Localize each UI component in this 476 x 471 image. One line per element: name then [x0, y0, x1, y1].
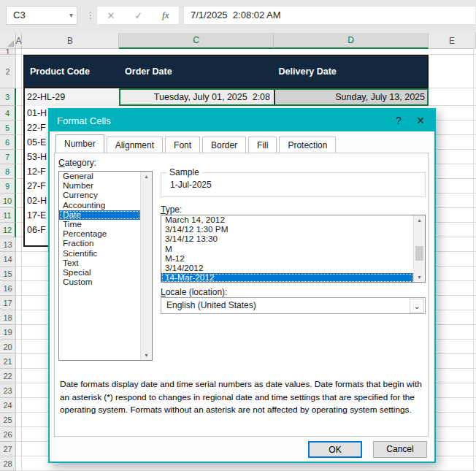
column-header-A[interactable]: A [16, 33, 22, 49]
row-header-22[interactable]: 22 [0, 369, 16, 383]
row-header-5[interactable]: 5 [0, 120, 16, 135]
row-header-23[interactable]: 23 [0, 383, 16, 398]
table-border [23, 55, 25, 247]
category-scrollbar[interactable]: ▲ ▼ [140, 172, 152, 360]
row-header-3[interactable]: 3 [0, 88, 16, 106]
column-header-B[interactable]: B [22, 33, 119, 49]
locale-value: English (United States) [166, 298, 256, 313]
row-header-24[interactable]: 24 [0, 398, 16, 413]
name-box-value: C3 [13, 9, 26, 20]
row-header-9[interactable]: 9 [0, 179, 16, 194]
column-header-E[interactable]: E [429, 33, 476, 49]
category-option[interactable]: Custom [59, 277, 140, 287]
row-header-26[interactable]: 26 [0, 427, 16, 442]
row-header-17[interactable]: 17 [0, 296, 16, 310]
row-header-2[interactable]: 2 [0, 55, 16, 88]
row-header-19[interactable]: 19 [0, 325, 16, 340]
type-label: Type: [161, 204, 182, 215]
cancel-entry-icon[interactable]: ✕ [107, 10, 115, 21]
category-listbox[interactable]: GeneralNumberCurrencyAccountingDateTimeP… [58, 171, 153, 361]
enter-entry-icon[interactable]: ✓ [134, 10, 142, 21]
type-scrollbar[interactable]: ▲ ▼ [413, 215, 425, 282]
type-listbox[interactable]: March 14, 20123/14/12 1:30 PM3/14/12 13:… [161, 215, 426, 283]
help-icon[interactable]: ? [391, 115, 407, 126]
sample-value: 1-Jul-2025 [170, 173, 212, 196]
category-option[interactable]: Fraction [59, 239, 140, 248]
type-option[interactable]: 14-Mar-2012 [161, 273, 413, 283]
gridline [473, 49, 474, 471]
locale-label: Locale (location): [161, 287, 227, 297]
row-header-20[interactable]: 20 [0, 340, 16, 354]
table-data-row: 22-HL-29 Tuesday, July 01, 2025 2:08 Sun… [23, 88, 429, 106]
cell-b3[interactable]: 22-HL-29 [23, 88, 119, 106]
row-header-4[interactable]: 4 [0, 106, 16, 120]
category-label: Category: [58, 158, 96, 168]
row-header-8[interactable]: 8 [0, 164, 16, 179]
row-header-28[interactable]: 28 [0, 456, 16, 471]
row-header-10[interactable]: 10 [0, 194, 16, 208]
row-header-13[interactable]: 13 [0, 237, 16, 252]
cell-d3-selected[interactable]: Sunday, July 13, 2025 [274, 88, 429, 106]
dialog-titlebar[interactable]: Format Cells ? ✕ [50, 110, 434, 131]
type-option[interactable]: M [161, 245, 413, 254]
close-icon[interactable]: ✕ [412, 115, 429, 126]
format-cells-dialog: Format Cells ? ✕ NumberAlignmentFontBord… [48, 108, 436, 463]
cell-d2[interactable]: Delivery Date [274, 56, 427, 87]
tab-number[interactable]: Number [55, 134, 104, 153]
name-box[interactable]: C3 ▾ [6, 6, 77, 25]
formula-buttons: ✕ ✓ fx [96, 6, 180, 25]
grid-row-1: 1 [0, 49, 476, 55]
dialog-title: Format Cells [50, 115, 391, 126]
row-header-25[interactable]: 25 [0, 413, 16, 427]
cell-c2[interactable]: Order Date [120, 56, 273, 87]
column-header-D[interactable]: D [274, 33, 429, 49]
scrollbar-up-icon[interactable]: ▲ [414, 218, 425, 223]
cell-c3-active[interactable]: Tuesday, July 01, 2025 2:08 [119, 88, 274, 106]
tab-font[interactable]: Font [165, 137, 200, 153]
select-all-triangle-icon [7, 40, 14, 47]
name-box-dropdown-icon[interactable]: ▾ [69, 7, 73, 24]
row-header-11[interactable]: 11 [0, 208, 16, 223]
insert-function-icon[interactable]: fx [162, 9, 169, 21]
scrollbar-thumb[interactable] [415, 246, 423, 261]
row-cells[interactable] [16, 49, 476, 55]
sample-groupbox: Sample 1-Jul-2025 [161, 172, 426, 197]
gridline [21, 49, 22, 471]
row-header-7[interactable]: 7 [0, 150, 16, 164]
cell-b2[interactable]: Product Code [25, 56, 120, 87]
formula-input[interactable]: 7/1/2025 2:08:02 AM [183, 6, 476, 25]
table-header-row: Product Code Order Date Delivery Date [23, 55, 429, 88]
tab-alignment[interactable]: Alignment [107, 137, 163, 153]
column-headers: ABCDE [0, 33, 476, 49]
row-header-27[interactable]: 27 [0, 442, 16, 456]
tab-fill[interactable]: Fill [248, 137, 277, 153]
select-all-button[interactable] [0, 33, 16, 49]
tab-border[interactable]: Border [202, 137, 246, 153]
format-description: Date formats display date and time seria… [60, 378, 429, 417]
column-header-C[interactable]: C [119, 33, 274, 49]
category-option[interactable]: Currency [59, 191, 140, 200]
scrollbar-down-icon[interactable]: ▼ [414, 275, 425, 280]
formula-bar-grip-icon: ⋮ [86, 6, 95, 25]
cancel-button[interactable]: Cancel [373, 441, 427, 458]
row-header-16[interactable]: 16 [0, 281, 16, 296]
formula-bar: C3 ▾ ⋮ ✕ ✓ fx 7/1/2025 2:08:02 AM [0, 0, 476, 33]
row-header-12[interactable]: 12 [0, 223, 16, 237]
row-header-6[interactable]: 6 [0, 135, 16, 150]
category-option[interactable]: Scientific [59, 249, 140, 259]
row-header-1[interactable]: 1 [0, 49, 16, 55]
combo-chevron-icon[interactable]: ⌄ [410, 299, 424, 313]
excel-window: C3 ▾ ⋮ ✕ ✓ fx 7/1/2025 2:08:02 AM ABCDE … [0, 0, 476, 471]
scrollbar-up-icon[interactable]: ▲ [141, 174, 152, 179]
row-header-21[interactable]: 21 [0, 354, 16, 369]
tab-protection[interactable]: Protection [279, 137, 336, 153]
dialog-tabs: NumberAlignmentFontBorderFillProtection [55, 137, 338, 153]
row-header-15[interactable]: 15 [0, 267, 16, 281]
row-header-14[interactable]: 14 [0, 252, 16, 267]
scrollbar-down-icon[interactable]: ▼ [141, 353, 152, 358]
row-header-18[interactable]: 18 [0, 310, 16, 325]
type-option[interactable]: 3/14/12 13:30 [161, 234, 413, 244]
locale-combobox[interactable]: English (United States) ⌄ [161, 297, 426, 314]
ok-button[interactable]: OK [308, 441, 362, 458]
category-option[interactable]: Accounting [59, 201, 140, 210]
